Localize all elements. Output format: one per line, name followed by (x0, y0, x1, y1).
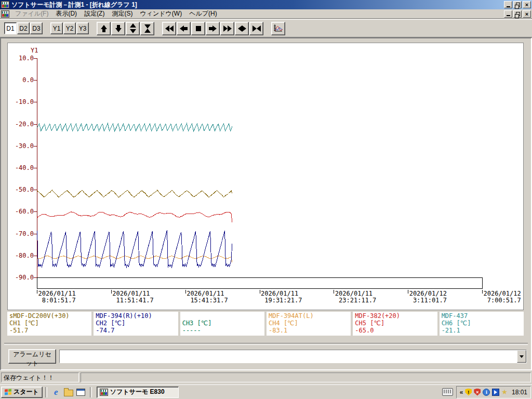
child-minimize-button[interactable] (504, 10, 512, 18)
legend-cell-CH3[interactable]: CH3 [℃]----- (180, 312, 264, 336)
x-axis-tick-label: 2026/01/11 19:31:21.7 (261, 290, 302, 304)
toolbar-skip-forward-button[interactable] (220, 22, 234, 35)
legend-title: MDF-437 (442, 312, 522, 320)
menu-measure[interactable]: 測定(S) (108, 9, 136, 19)
menu-window[interactable]: ウィンドウ(W) (136, 9, 185, 19)
child-restore-button[interactable] (513, 10, 522, 18)
child-close-button[interactable]: × (523, 10, 531, 18)
menu-help[interactable]: ヘルプ(H) (185, 9, 221, 19)
toolbar-d2-button[interactable]: D2 (17, 22, 30, 34)
down-arrow-icon (115, 25, 122, 32)
legend-channel: CH4 [℃] (269, 320, 349, 327)
toolbar-scroll-down-button[interactable] (111, 22, 125, 35)
y-axis-tick-label: -60.0 (10, 208, 34, 215)
alarm-row: アラームリセット (1, 345, 532, 367)
toolbar-expand-vertical-button[interactable] (126, 22, 140, 35)
toolbar: D1D2D3Y1Y2Y3 (0, 19, 532, 37)
toolbar-expand-horizontal-button[interactable] (235, 22, 249, 35)
start-button-label: スタート (14, 388, 39, 396)
series-CH1-line (37, 190, 232, 197)
legend-cell-CH1[interactable]: sMDF-DC200V(+30)CH1 [℃]-51.7 (7, 312, 91, 336)
toolbar-collapse-vertical-button[interactable] (140, 22, 154, 35)
legend-channel: CH1 [℃] (9, 320, 89, 327)
toolbar-d3-button[interactable]: D3 (30, 22, 43, 34)
time-range-box[interactable] (37, 278, 483, 289)
minimize-icon (507, 6, 510, 7)
y-axis-tick-label: -70.0 (10, 230, 34, 237)
folder-icon[interactable] (63, 387, 74, 397)
desktop-window-icon[interactable] (76, 387, 86, 397)
legend-value: ----- (182, 327, 262, 334)
legend-cell-CH4[interactable]: MDF-394AT(L)CH4 [℃]-83.1 (267, 312, 351, 336)
minimize-icon (507, 15, 510, 16)
star-icon[interactable]: ★ (501, 389, 508, 395)
warning-shield-icon[interactable]: ! (465, 389, 472, 396)
play-icon[interactable] (492, 389, 499, 396)
legend-channel: CH6 [℃] (442, 320, 522, 327)
up-arrow-icon (101, 25, 107, 32)
legend-cell-CH2[interactable]: MDF-394(R)(+10)CH2 [℃]-74.7 (94, 312, 178, 336)
legend-channel: CH3 [℃] (182, 320, 262, 327)
plot-area (8, 43, 523, 310)
toolbar-d1-button[interactable]: D1 (4, 22, 17, 34)
legend-value: -21.1 (442, 327, 522, 334)
y-axis-tick-label: 0.0 (10, 76, 34, 84)
legend-cell-CH5[interactable]: MDF-382(+20)CH5 [℃]-65.0 (353, 312, 437, 336)
legend-title (182, 312, 262, 320)
menu-view[interactable]: 表示(D) (52, 9, 81, 19)
ie-icon[interactable]: e (51, 387, 61, 397)
keyboard-icon[interactable] (442, 388, 453, 396)
taskbar-task-button[interactable]: ソフトサーモ E830 (97, 387, 179, 398)
close-icon: × (525, 11, 528, 17)
y-axis-tick-label: -80.0 (10, 252, 34, 259)
legend-title: MDF-394AT(L) (269, 312, 349, 320)
toolbar-y2-button[interactable]: Y2 (63, 22, 76, 34)
legend-value: -83.1 (269, 327, 349, 334)
alarm-combo-input[interactable] (60, 350, 517, 363)
left-arrow-icon (180, 25, 188, 32)
status-message: 保存ウェイト！！ (1, 373, 79, 382)
legend-title: sMDF-DC200V(+30) (9, 312, 89, 320)
legend-channel: CH2 [℃] (96, 320, 176, 327)
skip-forward-icon (223, 25, 232, 32)
error-shield-icon[interactable]: × (474, 389, 481, 396)
toolbar-collapse-horizontal-button[interactable] (249, 22, 263, 35)
toolbar-step-back-button[interactable] (177, 22, 191, 35)
restore-icon (516, 3, 520, 7)
info-balloon-icon[interactable]: i (483, 389, 490, 396)
toolbar-scroll-up-button[interactable] (97, 22, 111, 35)
child-window-icon[interactable] (1, 10, 9, 18)
minimize-button[interactable] (504, 1, 512, 8)
y-axis-tick-label: 10.0 (10, 55, 34, 62)
toolbar-y1-button[interactable]: Y1 (50, 22, 63, 34)
menu-file: ファイル(F) (11, 9, 52, 19)
taskbar-clock[interactable]: 18:01 (512, 389, 527, 396)
toolbar-skip-back-button[interactable] (162, 22, 176, 35)
tray-panel: « ! × i ★ 18:01 (456, 386, 531, 398)
series-CH2-line (37, 231, 232, 268)
toolbar-y3-button[interactable]: Y3 (76, 22, 89, 34)
status-extra (81, 373, 531, 382)
alarm-combo-dropdown-button[interactable] (517, 350, 526, 363)
system-tray: « ! × i ★ 18:01 (442, 386, 531, 398)
legend-cell-CH6[interactable]: MDF-437CH6 [℃]-21.1 (440, 312, 524, 336)
y-axis-tick-label: -30.0 (10, 142, 34, 150)
toolbar-graph-display-button[interactable] (271, 22, 285, 35)
start-button[interactable]: スタート (1, 387, 43, 398)
toolbar-stop-button[interactable] (191, 22, 205, 35)
alarm-combobox (59, 350, 527, 363)
toolbar-step-forward-button[interactable] (206, 22, 220, 35)
divider (90, 387, 92, 397)
alarm-reset-button[interactable]: アラームリセット (8, 349, 56, 364)
expand-vertical-icon (130, 23, 136, 33)
chevron-collapse-icon[interactable]: « (460, 389, 463, 396)
close-icon: × (525, 2, 528, 7)
restore-icon (516, 12, 520, 16)
x-axis-tick-label: 2026/01/11 8:01:51.7 (38, 290, 76, 304)
menu-settings[interactable]: 設定(Z) (81, 9, 108, 19)
expand-horizontal-icon (238, 25, 246, 32)
task-button-label: ソフトサーモ E830 (110, 388, 165, 396)
y-axis-tick-label: -40.0 (10, 164, 34, 171)
close-button[interactable]: × (523, 1, 531, 8)
restore-button[interactable] (513, 1, 522, 8)
